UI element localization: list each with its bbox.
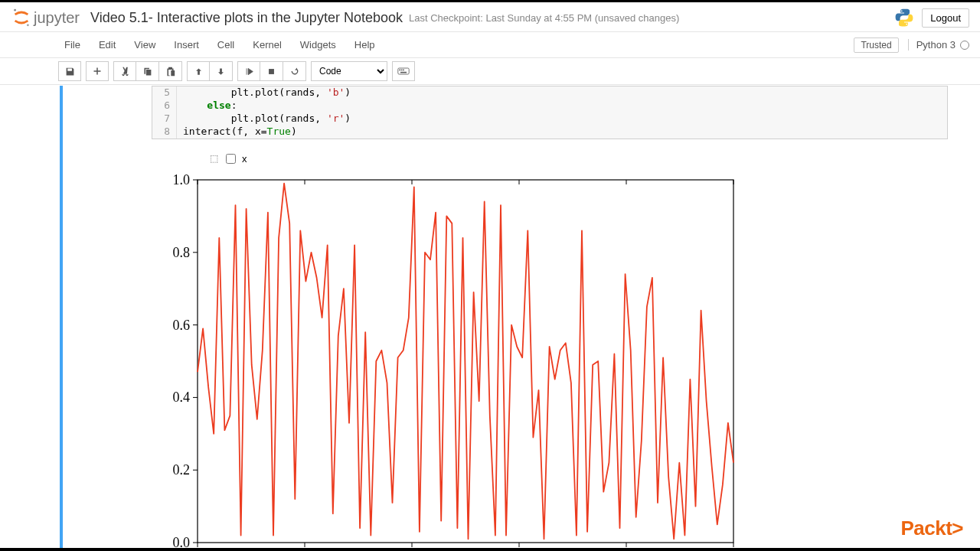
trusted-indicator[interactable]: Trusted: [854, 37, 898, 53]
svg-point-1: [27, 24, 29, 26]
svg-rect-6: [399, 70, 400, 71]
run-button[interactable]: [237, 61, 260, 81]
cell-type-select[interactable]: Code: [311, 61, 387, 81]
menu-help[interactable]: Help: [345, 32, 384, 58]
kernel-indicator[interactable]: Python 3: [908, 39, 969, 51]
cursor-icon: ⬚: [210, 153, 218, 164]
svg-text:0.0: 0.0: [173, 535, 191, 549]
checkpoint-text: Last Checkpoint: Last Sunday at 4:55 PM …: [409, 12, 679, 24]
kernel-status-icon: [960, 41, 969, 50]
python-icon: [894, 8, 914, 28]
svg-text:0.8: 0.8: [173, 244, 191, 259]
svg-rect-8: [403, 70, 404, 71]
cut-button[interactable]: [113, 61, 136, 81]
packt-logo: Packt>: [900, 517, 963, 540]
notebook-area: 5 plt.plot(rands, 'b')6 else:7 plt.plot(…: [0, 86, 980, 549]
menu-file[interactable]: File: [11, 32, 90, 58]
move-down-button[interactable]: [210, 61, 233, 81]
svg-rect-4: [269, 69, 274, 74]
svg-text:0.2: 0.2: [173, 462, 191, 478]
add-cell-button[interactable]: [86, 61, 109, 81]
save-button[interactable]: [58, 61, 81, 81]
bottom-bar: [0, 548, 980, 551]
code-input[interactable]: 5 plt.plot(rands, 'b')6 else:7 plt.plot(…: [152, 86, 948, 139]
svg-rect-9: [400, 72, 407, 73]
menubar: File Edit View Insert Cell Kernel Widget…: [0, 32, 980, 58]
kernel-name: Python 3: [916, 39, 956, 51]
cell-output: ⬚ x 0.00.20.40.60.81.0: [152, 139, 948, 549]
x-checkbox-label: x: [242, 153, 247, 165]
menu-insert[interactable]: Insert: [165, 32, 208, 58]
code-cell[interactable]: 5 plt.plot(rands, 'b')6 else:7 plt.plot(…: [60, 86, 948, 549]
x-checkbox[interactable]: [226, 154, 236, 164]
copy-button[interactable]: [136, 61, 159, 81]
interact-widget: ⬚ x: [152, 153, 948, 165]
jupyter-logo-text: jupyter: [34, 9, 80, 27]
svg-rect-7: [401, 70, 403, 71]
jupyter-logo[interactable]: jupyter: [11, 7, 80, 28]
toolbar: Code: [0, 58, 980, 85]
interrupt-button[interactable]: [260, 61, 283, 81]
jupyter-icon: [11, 7, 32, 28]
command-palette-button[interactable]: [392, 61, 415, 81]
logout-button[interactable]: Logout: [922, 8, 969, 28]
paste-button[interactable]: [159, 61, 182, 81]
svg-point-0: [14, 9, 16, 11]
svg-text:1.0: 1.0: [173, 174, 191, 187]
matplotlib-plot: 0.00.20.40.60.81.0: [152, 174, 749, 549]
move-up-button[interactable]: [187, 61, 210, 81]
menu-view[interactable]: View: [125, 32, 165, 58]
restart-button[interactable]: [283, 61, 306, 81]
notebook-header: jupyter Video 5.1- Interactive plots in …: [0, 2, 980, 32]
menu-edit[interactable]: Edit: [90, 32, 125, 58]
svg-text:0.6: 0.6: [173, 317, 191, 332]
svg-rect-5: [398, 68, 409, 74]
menu-kernel[interactable]: Kernel: [243, 32, 291, 58]
menu-cell[interactable]: Cell: [208, 32, 243, 58]
svg-text:0.4: 0.4: [173, 390, 191, 405]
svg-point-3: [906, 24, 908, 25]
menu-widgets[interactable]: Widgets: [291, 32, 345, 58]
notebook-title[interactable]: Video 5.1- Interactive plots in the Jupy…: [90, 10, 403, 26]
svg-point-2: [901, 10, 903, 11]
